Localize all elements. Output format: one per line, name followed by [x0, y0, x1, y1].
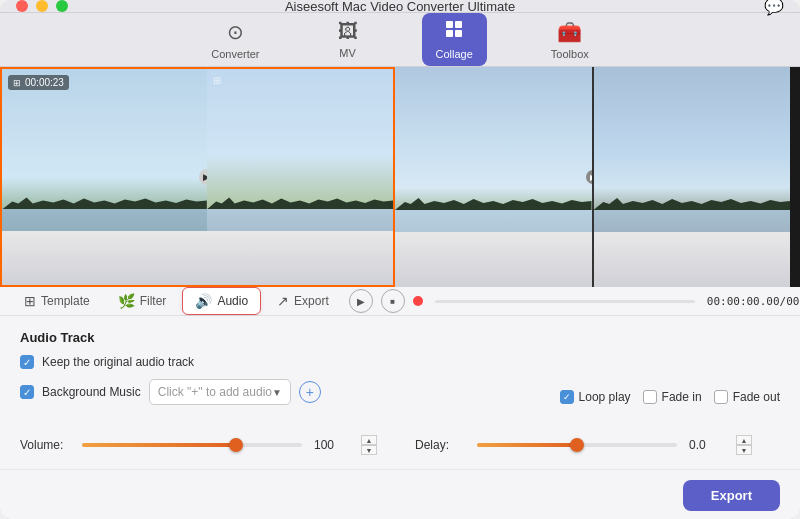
app-window: Aiseesoft Mac Video Converter Ultimate 💬…: [0, 0, 800, 519]
fade-options: ✓ Loop play Fade in Fade out: [560, 390, 780, 404]
video-right-panel: ▶: [395, 67, 790, 287]
volume-delay-row: Volume: 100 ▲ ▼ Delay: 0.0: [20, 425, 780, 455]
volume-slider[interactable]: [82, 443, 302, 447]
tab-mv[interactable]: 🖼 MV: [324, 14, 372, 65]
bg-music-checkbox[interactable]: ✓: [20, 385, 34, 399]
export-subtab-label: Export: [294, 294, 329, 308]
time-display: 00:00:00.00/00:00:23.13: [707, 295, 800, 308]
loop-play-label: Loop play: [579, 390, 631, 404]
export-button[interactable]: Export: [683, 480, 780, 511]
nav-tabs: ⊙ Converter 🖼 MV Collage 🧰 Toolbox: [0, 13, 800, 67]
maximize-button[interactable]: [56, 0, 68, 12]
panel-2-indicator: ⊞: [213, 75, 221, 86]
template-label: Template: [41, 294, 90, 308]
delay-value: 0.0: [689, 438, 724, 452]
mv-label: MV: [339, 47, 356, 59]
volume-label: Volume:: [20, 438, 70, 452]
stop-button[interactable]: ■: [381, 289, 405, 313]
video-panel-4: [594, 67, 791, 287]
close-button[interactable]: [16, 0, 28, 12]
delay-thumb[interactable]: [570, 438, 584, 452]
chat-icon[interactable]: 💬: [764, 0, 784, 16]
playback-controls: ▶ ■ 00:00:00.00/00:00:23.13 🔊: [349, 289, 800, 313]
filter-label: Filter: [140, 294, 167, 308]
tab-collage[interactable]: Collage: [422, 13, 487, 66]
fade-in-label: Fade in: [662, 390, 702, 404]
toolbox-icon: 🧰: [557, 20, 582, 44]
tab-converter[interactable]: ⊙ Converter: [197, 14, 273, 66]
fade-in-option: Fade in: [643, 390, 702, 404]
add-audio-button[interactable]: +: [299, 381, 321, 403]
delay-slider[interactable]: [477, 443, 677, 447]
playback-bar: ⊞ Template 🌿 Filter 🔊 Audio ↗ Export ▶ ■…: [0, 287, 800, 316]
fade-in-checkbox[interactable]: [643, 390, 657, 404]
video-left-panel: ⊞ 00:00:23 ▶ ⊞: [0, 67, 395, 287]
svg-rect-1: [455, 21, 462, 28]
video-preview-area: ⊞ 00:00:23 ▶ ⊞: [0, 67, 800, 287]
loop-play-checkbox[interactable]: ✓: [560, 390, 574, 404]
loop-play-option: ✓ Loop play: [560, 390, 631, 404]
keep-original-row: ✓ Keep the original audio track: [20, 355, 780, 369]
svg-rect-2: [446, 30, 453, 37]
volume-down[interactable]: ▼: [361, 445, 377, 455]
collage-icon: [444, 19, 464, 44]
delay-row: Delay: 0.0 ▲ ▼: [415, 435, 780, 455]
delay-spinner: ▲ ▼: [736, 435, 752, 455]
traffic-lights: [16, 0, 68, 12]
delay-label: Delay:: [415, 438, 465, 452]
video-timestamp: ⊞ 00:00:23: [8, 75, 69, 90]
audio-label: Audio: [217, 294, 248, 308]
toolbox-label: Toolbox: [551, 48, 589, 60]
app-title: Aiseesoft Mac Video Converter Ultimate: [285, 0, 515, 14]
bg-music-loop-row: ✓ Background Music Click "+" to add audi…: [20, 379, 780, 415]
collage-label: Collage: [436, 48, 473, 60]
right-panel-arrow: ▶: [586, 170, 594, 184]
volume-spinner: ▲ ▼: [361, 435, 377, 455]
fade-out-checkbox[interactable]: [714, 390, 728, 404]
volume-value: 100: [314, 438, 349, 452]
delay-down[interactable]: ▼: [736, 445, 752, 455]
keep-original-label: Keep the original audio track: [42, 355, 194, 369]
tab-toolbox[interactable]: 🧰 Toolbox: [537, 14, 603, 66]
select-dropdown-arrow: ▼: [272, 387, 282, 398]
add-audio-placeholder: Click "+" to add audio: [158, 385, 272, 399]
fade-out-option: Fade out: [714, 390, 780, 404]
video-panel-1: ⊞ 00:00:23 ▶: [2, 69, 207, 285]
fade-out-label: Fade out: [733, 390, 780, 404]
title-bar: Aiseesoft Mac Video Converter Ultimate 💬: [0, 0, 800, 13]
template-icon: ⊞: [24, 293, 36, 309]
subtab-template[interactable]: ⊞ Template: [12, 288, 102, 314]
audio-section-title: Audio Track: [20, 330, 780, 345]
delay-up[interactable]: ▲: [736, 435, 752, 445]
video-panel-3: ▶: [395, 67, 594, 287]
bottom-bar: Export: [0, 469, 800, 519]
mv-icon: 🖼: [338, 20, 358, 43]
audio-icon: 🔊: [195, 293, 212, 309]
audio-settings-panel: Audio Track ✓ Keep the original audio tr…: [0, 316, 800, 469]
minimize-button[interactable]: [36, 0, 48, 12]
volume-thumb[interactable]: [229, 438, 243, 452]
bg-music-row: ✓ Background Music Click "+" to add audi…: [20, 379, 321, 405]
filter-icon: 🌿: [118, 293, 135, 309]
converter-label: Converter: [211, 48, 259, 60]
converter-icon: ⊙: [227, 20, 244, 44]
add-audio-select[interactable]: Click "+" to add audio ▼: [149, 379, 291, 405]
subtab-audio[interactable]: 🔊 Audio: [182, 287, 261, 315]
keep-original-checkbox[interactable]: ✓: [20, 355, 34, 369]
export-subtab-icon: ↗: [277, 293, 289, 309]
volume-up[interactable]: ▲: [361, 435, 377, 445]
video-panel-2: ⊞: [207, 69, 393, 285]
subtab-filter[interactable]: 🌿 Filter: [106, 288, 179, 314]
progress-bar[interactable]: [435, 300, 695, 303]
subtab-export[interactable]: ↗ Export: [265, 288, 341, 314]
svg-rect-3: [455, 30, 462, 37]
volume-row: Volume: 100 ▲ ▼: [20, 435, 385, 455]
svg-rect-0: [446, 21, 453, 28]
play-button[interactable]: ▶: [349, 289, 373, 313]
bg-music-label: Background Music: [42, 385, 141, 399]
record-button[interactable]: [413, 296, 423, 306]
